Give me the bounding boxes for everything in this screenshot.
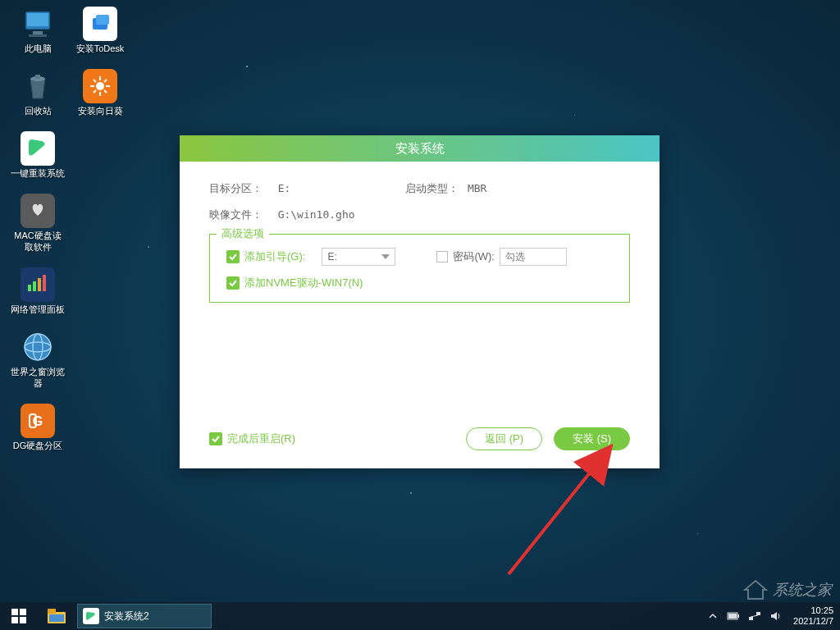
system-tray: 10:25 2021/12/7 bbox=[703, 602, 833, 630]
svg-rect-17 bbox=[96, 15, 109, 25]
task-app-icon bbox=[83, 608, 99, 624]
advanced-legend: 高级选项 bbox=[217, 226, 269, 241]
desktop-icon-network-panel[interactable]: 网络管理面板 bbox=[10, 267, 66, 315]
desktop-icon-dg-partition[interactable]: G DG硬盘分区 bbox=[10, 404, 66, 451]
svg-rect-1 bbox=[27, 13, 48, 26]
svg-rect-5 bbox=[35, 75, 40, 79]
desktop-icon-sunflower[interactable]: 安装向日葵 bbox=[72, 69, 128, 116]
svg-rect-7 bbox=[33, 281, 36, 291]
desktop-icon-label: 一键重装系统 bbox=[10, 167, 66, 179]
svg-rect-9 bbox=[43, 275, 46, 291]
add-boot-checkbox[interactable] bbox=[226, 250, 240, 263]
image-file-value: G:\win10.gho bbox=[278, 208, 355, 221]
back-button[interactable]: 返回 (P) bbox=[466, 427, 542, 450]
svg-rect-34 bbox=[49, 614, 64, 622]
add-boot-drive-value: E: bbox=[327, 251, 336, 262]
start-button[interactable] bbox=[0, 602, 38, 630]
desktop-icon-reinstall[interactable]: 一键重装系统 bbox=[10, 131, 66, 179]
desktop-icon-recycle-bin[interactable]: 回收站 bbox=[10, 69, 66, 116]
desktop-icon-this-pc[interactable]: 此电脑 bbox=[10, 7, 66, 54]
desktop-icon-label: MAC硬盘读取软件 bbox=[10, 230, 66, 253]
install-button[interactable]: 安装 (S) bbox=[554, 427, 630, 450]
desktop-icon-label: 安装向日葵 bbox=[72, 105, 128, 116]
svg-rect-8 bbox=[38, 278, 41, 291]
svg-rect-2 bbox=[33, 31, 43, 34]
svg-rect-29 bbox=[20, 609, 26, 615]
svg-rect-3 bbox=[29, 34, 47, 37]
desktop-icon-label: 安装ToDesk bbox=[72, 43, 128, 54]
password-input[interactable] bbox=[500, 248, 567, 266]
file-explorer-button[interactable] bbox=[38, 602, 75, 630]
svg-line-25 bbox=[104, 80, 107, 82]
desktop-icon-label: 世界之窗浏览器 bbox=[10, 366, 66, 389]
desktop-icon-browser[interactable]: 世界之窗浏览器 bbox=[10, 330, 66, 389]
svg-line-27 bbox=[509, 451, 607, 574]
tray-date: 2021/12/7 bbox=[793, 616, 833, 627]
svg-text:G: G bbox=[33, 414, 43, 428]
desktop-icon-todesk[interactable]: 安装ToDesk bbox=[72, 7, 128, 54]
nvme-checkbox[interactable] bbox=[226, 276, 240, 290]
desktop-icon-label: 网络管理面板 bbox=[10, 304, 66, 315]
svg-line-40 bbox=[751, 615, 758, 617]
nvme-label: 添加NVME驱动-WIN7(N) bbox=[244, 276, 363, 290]
install-dialog: 安装系统 目标分区： E: 启动类型： MBR 映像文件： G:\win10.g… bbox=[180, 135, 660, 468]
svg-rect-30 bbox=[11, 617, 18, 623]
svg-rect-36 bbox=[737, 614, 739, 618]
image-file-row: 映像文件： G:\win10.gho bbox=[209, 208, 630, 222]
tray-time: 10:25 bbox=[793, 605, 833, 616]
tray-up-icon[interactable] bbox=[707, 610, 719, 622]
advanced-options-fieldset: 高级选项 添加引导(G): E: 密码(W): 添加NVME驱动-WIN7(N) bbox=[209, 234, 630, 303]
target-partition-value: E: bbox=[278, 182, 360, 194]
dialog-title: 安装系统 bbox=[180, 135, 660, 162]
desktop-icon-label: DG硬盘分区 bbox=[10, 440, 66, 451]
svg-rect-39 bbox=[756, 612, 760, 615]
task-label: 安装系统2 bbox=[104, 609, 149, 623]
watermark: 系统之家 bbox=[743, 579, 832, 600]
target-partition-label: 目标分区： bbox=[209, 181, 275, 196]
svg-line-23 bbox=[94, 80, 96, 82]
password-checkbox[interactable] bbox=[436, 251, 448, 262]
tray-clock[interactable]: 10:25 2021/12/7 bbox=[793, 605, 833, 627]
image-file-label: 映像文件： bbox=[209, 208, 275, 222]
boot-type-value: MBR bbox=[468, 182, 486, 194]
svg-line-24 bbox=[104, 90, 107, 93]
battery-icon[interactable] bbox=[727, 610, 740, 622]
desktop-icons: 此电脑 回收站 一键重装系统 MAC硬盘读取软件 网络管理面板 世界之窗浏览器 … bbox=[10, 7, 138, 466]
add-boot-label: 添加引导(G): bbox=[244, 249, 305, 264]
network-icon[interactable] bbox=[748, 610, 761, 622]
svg-rect-6 bbox=[28, 285, 31, 291]
svg-point-18 bbox=[96, 82, 104, 90]
taskbar: 安装系统2 10:25 2021/12/7 bbox=[0, 602, 840, 630]
svg-rect-38 bbox=[749, 617, 753, 620]
restart-label: 完成后重启(R) bbox=[227, 431, 295, 446]
add-boot-drive-dropdown[interactable]: E: bbox=[322, 248, 395, 266]
password-label: 密码(W): bbox=[453, 249, 495, 264]
volume-icon[interactable] bbox=[769, 610, 781, 622]
restart-after-row: 完成后重启(R) bbox=[209, 431, 295, 446]
svg-line-26 bbox=[94, 90, 96, 93]
svg-rect-33 bbox=[48, 609, 56, 614]
desktop-icon-label: 回收站 bbox=[10, 105, 66, 116]
svg-rect-31 bbox=[20, 617, 26, 623]
desktop-icon-label: 此电脑 bbox=[10, 43, 66, 54]
target-partition-row: 目标分区： E: 启动类型： MBR bbox=[209, 181, 630, 196]
taskbar-task-install[interactable]: 安装系统2 bbox=[77, 604, 212, 628]
chevron-down-icon bbox=[381, 254, 390, 259]
svg-rect-37 bbox=[728, 614, 737, 619]
desktop-icon-mac-disk[interactable]: MAC硬盘读取软件 bbox=[10, 194, 66, 253]
restart-checkbox[interactable] bbox=[209, 432, 222, 445]
boot-type-label: 启动类型： bbox=[405, 181, 464, 196]
svg-rect-28 bbox=[11, 609, 18, 615]
